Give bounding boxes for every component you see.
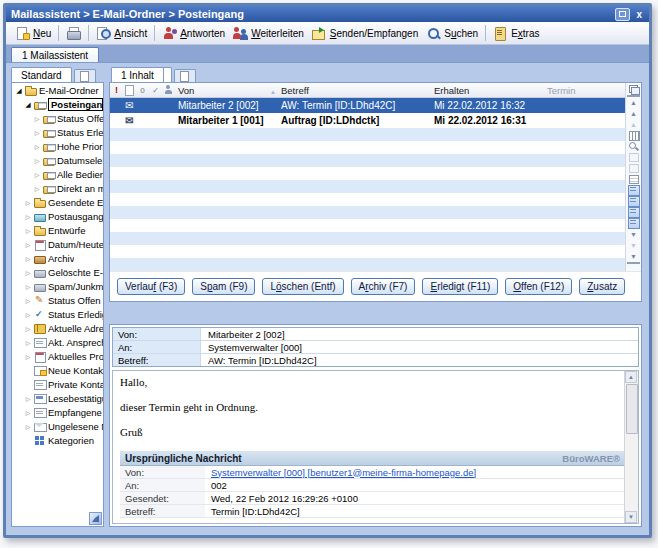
close-button[interactable]: x [636, 9, 644, 20]
expander-icon[interactable] [24, 97, 32, 112]
expander-icon[interactable] [33, 139, 41, 154]
tree-item-aktuelles-projekt[interactable]: Aktuelles Projekt [12, 349, 103, 363]
tab-inhalt[interactable]: 1 Inhalt [111, 67, 164, 82]
tree-item-hohe-priorität[interactable]: Hohe Priorität [12, 139, 103, 153]
page-up-icon[interactable] [627, 119, 640, 130]
tree-item-direkt-an-mich[interactable]: Direkt an mich [12, 181, 103, 195]
columns-icon[interactable] [627, 130, 640, 141]
attachment-column-icon[interactable]: 0 [136, 83, 149, 97]
action-button-verlauf-f3[interactable]: Verlauf (F3) [117, 278, 185, 295]
search-list-icon[interactable] [627, 141, 640, 152]
copy-icon[interactable] [627, 174, 640, 185]
tree-item-aktuelle-adresse[interactable]: Aktuelle Adresse [12, 321, 103, 335]
expander-icon[interactable] [33, 125, 41, 140]
action-button-offen-f12[interactable]: Offen (F12) [505, 278, 572, 295]
expander-icon[interactable] [15, 83, 23, 98]
select-icon[interactable] [627, 163, 640, 174]
action-button-spam-f9[interactable]: Spam (F9) [192, 278, 255, 295]
expander-icon[interactable] [33, 167, 41, 182]
tree-item-gelöschte-e-mails[interactable]: Gelöschte E-Mails [12, 265, 103, 279]
page-down-icon[interactable] [627, 240, 640, 251]
tab-mailassistent[interactable]: 1 Mailassistent [11, 47, 99, 62]
scroll-bottom-icon[interactable] [627, 251, 640, 264]
tree-item-datumselektion[interactable]: Datumselektion [12, 153, 103, 167]
column-header-termin[interactable]: Termin [544, 85, 607, 96]
expander-icon[interactable] [24, 391, 32, 406]
tree-item-posteingang[interactable]: Posteingang [12, 97, 103, 111]
sidebar-tab-standard[interactable]: Standard [11, 67, 72, 82]
bediener-column-icon[interactable] [162, 83, 175, 97]
document-column-icon[interactable] [123, 83, 136, 97]
expander-icon[interactable] [24, 209, 32, 224]
scroll-down-icon[interactable] [627, 229, 640, 240]
tree-item-spam-junkmails[interactable]: Spam/Junkmails [12, 279, 103, 293]
expander-icon[interactable] [24, 307, 32, 322]
expander-icon[interactable] [24, 419, 32, 434]
expander-icon[interactable] [24, 349, 32, 364]
toolbar-suchen[interactable]: Suchen [422, 25, 482, 42]
toolbar-extras[interactable]: Extras [489, 25, 543, 42]
tree-item-private-kontakte[interactable]: Private Kontakte [12, 377, 103, 391]
mail-row-1[interactable]: Mitarbeiter 2 [002]AW: Termin [ID:LDhd42… [110, 98, 625, 113]
expander-icon[interactable] [24, 405, 32, 420]
tree-item-status-offen[interactable]: Status Offen [12, 111, 103, 125]
tree-item-status-erledigt[interactable]: Status Erledigt [12, 307, 103, 321]
toolbar-senden-empfangen[interactable]: Senden/Empfangen [308, 25, 422, 42]
scroll-up-icon[interactable] [627, 108, 640, 119]
mail-list-tab-icon[interactable] [174, 69, 196, 82]
view-list-2-icon[interactable] [627, 196, 640, 207]
toolbar-antworten[interactable]: Antworten [158, 25, 229, 42]
expander-icon[interactable] [24, 195, 32, 210]
mail-row-2[interactable]: Mitarbeiter 1 [001]Auftrag [ID:LDhdctk]M… [110, 113, 625, 128]
view-list-3-icon[interactable] [627, 207, 640, 218]
expander-icon[interactable] [24, 265, 32, 280]
scroll-down-arrow-icon[interactable] [625, 511, 637, 523]
tree-item-postausgang[interactable]: Postausgang [12, 209, 103, 223]
priority-column-icon[interactable]: ! [110, 83, 123, 97]
expander-icon[interactable] [24, 321, 32, 336]
tree-item-empfangene-mails[interactable]: Empfangene Mails [12, 405, 103, 419]
tree-item-datum-heute[interactable]: Datum/Heute [12, 237, 103, 251]
expander-icon[interactable] [24, 237, 32, 252]
tree-item-archiv[interactable]: Archiv [12, 251, 103, 265]
toolbar-neu[interactable]: Neu [11, 25, 55, 42]
column-header-von[interactable]: Von [175, 85, 278, 96]
tree-item-alle-bediener[interactable]: Alle Bediener [12, 167, 103, 181]
tree-item-lesebestätigungen[interactable]: Lesebestätigungen [12, 391, 103, 405]
tree-item-akt-ansprechpartner[interactable]: Akt. Ansprechpartner [12, 335, 103, 349]
body-scrollbar[interactable] [624, 371, 638, 523]
filter-icon[interactable] [627, 152, 640, 163]
tree-item-neue-kontakte[interactable]: Neue Kontakte [12, 363, 103, 377]
sidebar-tab-icon[interactable] [74, 69, 96, 82]
expander-icon[interactable] [33, 181, 41, 196]
toolbar-ansicht[interactable]: Ansicht [92, 25, 151, 42]
toolbar-weiterleiten[interactable]: Weiterleiten [229, 25, 308, 42]
expander-icon[interactable] [24, 223, 32, 238]
expander-icon[interactable] [33, 153, 41, 168]
expander-icon[interactable] [24, 293, 32, 308]
view-list-1-icon[interactable] [627, 185, 640, 196]
tree-item-entwürfe[interactable]: Entwürfe [12, 223, 103, 237]
expander-icon[interactable] [24, 279, 32, 294]
action-button-zusatz[interactable]: Zusatz [579, 278, 625, 295]
tree-item-kategorien[interactable]: Kategorien [12, 433, 103, 447]
scroll-up-arrow-icon[interactable] [625, 371, 637, 383]
tree-item-status-erledigt[interactable]: Status Erledigt [12, 125, 103, 139]
tree-item-ungelesene-mails[interactable]: Ungelesene Mails [12, 419, 103, 433]
scroll-top-icon[interactable] [627, 95, 640, 108]
action-button-löschen-entf[interactable]: Löschen (Entf) [262, 278, 343, 295]
cascade-windows-icon[interactable] [627, 84, 640, 95]
status-column-icon[interactable]: ✓ [149, 83, 162, 97]
tree-item-e-mail-ordner[interactable]: E-Mail-Ordner [12, 83, 103, 97]
action-button-erledigt-f11[interactable]: Erledigt (F11) [422, 278, 498, 295]
scroll-thumb[interactable] [626, 384, 638, 434]
restore-button[interactable] [615, 8, 630, 21]
toolbar-drucken[interactable] [62, 25, 85, 42]
expander-icon[interactable] [24, 335, 32, 350]
sender-link[interactable]: Systemverwalter [000] [benutzer1@meine-f… [205, 467, 476, 478]
column-header-erhalten[interactable]: Erhalten [431, 85, 544, 96]
tree-item-gesendete-e-mails[interactable]: Gesendete E-Mails [12, 195, 103, 209]
action-button-archiv-f7[interactable]: Archiv (F7) [351, 278, 416, 295]
view-list-4-icon[interactable] [627, 218, 640, 229]
resize-grip-icon[interactable] [89, 512, 102, 525]
